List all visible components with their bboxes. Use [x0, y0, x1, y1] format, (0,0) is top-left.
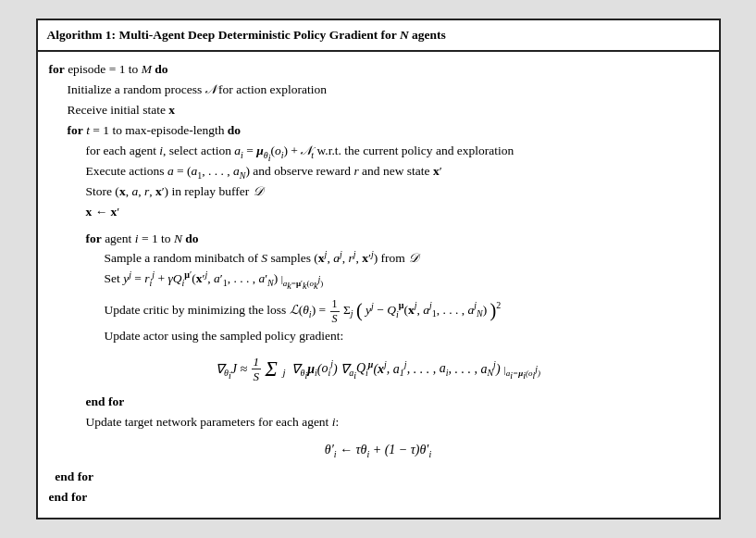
algorithm-box: Algorithm 1: Multi-Agent Deep Determinis…	[36, 19, 721, 519]
line-set-y: Set yj = rij + γQiμ′(x′j, a′1, . . . , a…	[49, 269, 708, 289]
line-receive-state: Receive initial state x	[49, 101, 708, 120]
algorithm-title: Multi-Agent Deep Deterministic Policy Gr…	[119, 28, 446, 42]
line-end-for-t: end for	[49, 468, 708, 487]
line-end-for-episode: end for	[49, 488, 708, 507]
line-sample-minibatch: Sample a random minibatch of S samples (…	[49, 249, 708, 269]
line-end-for-agent: end for	[49, 393, 708, 412]
line-episode-for: for episode = 1 to M do	[49, 60, 708, 80]
line-init-random: Initialize a random process 𝒩 for action…	[49, 81, 708, 100]
line-update-critic: Update critic by minimizing the loss ℒ(θ…	[49, 296, 708, 325]
line-update-target: Update target network parameters for eac…	[49, 413, 708, 432]
line-agent-for: for agent i = 1 to N do	[49, 230, 708, 249]
algorithm-label: Algorithm 1:	[47, 28, 117, 42]
line-execute-actions: Execute actions a = (a1, . . . , aN) and…	[49, 162, 708, 181]
line-policy-gradient-eq: ∇θiJ ≈ 1S Σ j ∇θiμi(oij) ∇aiQiμ(xj, a1j,…	[49, 354, 708, 386]
line-x-update: x ← x′	[49, 203, 708, 222]
line-update-actor-label: Update actor using the sampled policy gr…	[49, 327, 708, 346]
algorithm-header: Algorithm 1: Multi-Agent Deep Determinis…	[38, 20, 719, 52]
line-store-replay: Store (x, a, r, x′) in replay buffer 𝒟	[49, 182, 708, 202]
line-target-update-eq: θ′i ← τθi + (1 − τ)θ′i	[49, 440, 708, 460]
algorithm-body: for episode = 1 to M do Initialize a ran…	[38, 52, 719, 518]
line-t-for: for t = 1 to max-episode-length do	[49, 121, 708, 141]
line-select-action: for each agent i, select action ai = μθi…	[49, 142, 708, 161]
